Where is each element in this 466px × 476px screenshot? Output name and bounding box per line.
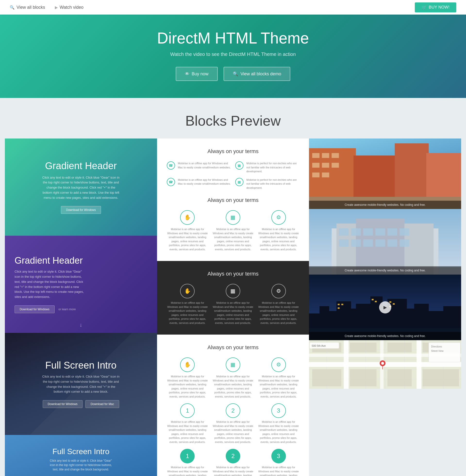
gradient-header-1-download-btn[interactable]: Download for Windows <box>61 206 101 214</box>
feature-icon-0: ☎ <box>167 161 175 170</box>
svg-rect-10 <box>322 163 329 168</box>
features-2col-grid: ☎ Mobirise is an offline app for Windows… <box>167 161 300 190</box>
gradient-header-2-download-btn[interactable]: Download for Windows <box>15 305 55 313</box>
svg-rect-26 <box>351 239 361 247</box>
svg-rect-29 <box>388 239 397 247</box>
number-text-0: Mobirise is an offline app for Windows a… <box>167 420 209 444</box>
feature-dark-text-2-content: Mobirise is an offline app for Windows a… <box>258 301 300 325</box>
svg-text:Directions: Directions <box>431 345 442 348</box>
feature-item-0: ☎ Mobirise is an offline app for Windows… <box>167 161 231 173</box>
fullscreen-intro-1-dl-win-btn[interactable]: Download for Windows <box>43 400 83 408</box>
svg-rect-27 <box>363 239 373 247</box>
hero-buy-now-button[interactable]: 👁 Buy now <box>176 67 218 81</box>
svg-rect-20 <box>351 228 361 236</box>
buy-now-button[interactable]: 🛒 BUY NOW! <box>415 2 456 12</box>
svg-rect-28 <box>375 239 385 247</box>
svg-rect-74 <box>388 342 412 352</box>
feature-icon-1: ▦ <box>235 161 244 170</box>
number-1: 2 <box>231 407 234 414</box>
number-2: 3 <box>277 407 280 414</box>
svg-rect-30 <box>400 239 409 247</box>
gradient-header-1-btn-label: Download for Windows <box>66 208 96 212</box>
svg-rect-7 <box>322 153 329 158</box>
number-circle-teal-1: 2 <box>226 449 240 463</box>
left-column: Gradient Header Click any text to edit o… <box>5 138 157 476</box>
svg-rect-8 <box>332 153 339 158</box>
hero-subtitle: Watch the video to see the DirectM HTML … <box>5 51 461 57</box>
gradient-header-2-desc: Click any text to edit or style it. Clic… <box>15 269 87 300</box>
feature-3-icon-2: ⚙ <box>271 210 286 225</box>
navbar: 🔍 View all blocks ▶ Watch video 🛒 BUY NO… <box>0 0 466 15</box>
hero-buy-label: Buy now <box>192 72 209 76</box>
bottom-arrow-icon: ↓ <box>80 322 82 328</box>
feature-text-0-content: Mobirise is an offline app for Windows a… <box>178 161 231 169</box>
feature-3-icon-0: ✋ <box>180 210 195 225</box>
features-light-2-title: Always on your terms <box>167 344 300 351</box>
svg-rect-76 <box>312 369 341 386</box>
fullscreen-intro-1-title: Full Screen Intro <box>45 360 116 371</box>
hero-view-blocks-button[interactable]: 🔍 View all blocks demo <box>223 67 291 81</box>
hero-section: DirectM HTML Theme Watch the video to se… <box>0 15 466 98</box>
numbered-item-teal-1: 2 Mobirise is an offline app for Windows… <box>212 449 254 476</box>
fl2-text-0-content: Mobirise is an offline app for Windows a… <box>167 374 209 399</box>
search-icon: 🔍 <box>10 5 15 10</box>
fake-map: 500 5th Ave Directions Street View <box>309 340 461 389</box>
gradient-header-2-block: Gradient Header Click any text to edit o… <box>5 236 157 333</box>
svg-rect-51 <box>390 301 392 303</box>
features-light-2-3col: ✋ Mobirise is an offline app for Windows… <box>167 357 300 399</box>
feature-icon-3: ▦ <box>235 178 244 186</box>
fl2-feature-1: ▦ Mobirise is an offline app for Windows… <box>212 357 254 399</box>
features-3col-title: Always on your terms <box>167 197 300 203</box>
fl2-feature-2: ⚙ Mobirise is an offline app for Windows… <box>258 357 300 399</box>
svg-rect-49 <box>372 299 374 300</box>
gradient-header-2-btn-label: Download for Windows <box>20 308 49 311</box>
svg-rect-25 <box>339 239 349 247</box>
numbered-items-outline: 1 Mobirise is an offline app for Windows… <box>167 403 300 444</box>
svg-rect-12 <box>312 172 320 177</box>
number-0: 1 <box>186 407 189 414</box>
number-circle-teal-0: 1 <box>180 449 195 463</box>
number-text-2: Mobirise is an offline app for Windows a… <box>258 420 300 444</box>
feature-3-text-1: Mobirise is an offline app for Windows a… <box>212 227 254 251</box>
fl2-text-0: Mobirise is an offline app for Windows a… <box>167 374 209 399</box>
feature-text-0: Mobirise is an offline app for Windows a… <box>178 161 231 169</box>
gradient-header-2-learn-more[interactable]: or learn more <box>58 308 76 311</box>
number-teal-text-0: Mobirise is an offline app for Windows a… <box>167 465 209 476</box>
fl2-icon-1: ▦ <box>226 357 240 372</box>
photo-block-3: ▶ Create awesome mobile-friendly website… <box>309 275 461 340</box>
numbered-item-0: 1 Mobirise is an offline app for Windows… <box>167 403 209 444</box>
features-dark-grid: ✋ Mobirise is an offline app for Windows… <box>167 284 300 325</box>
fl2-text-2: Mobirise is an offline app for Windows a… <box>258 374 300 399</box>
map-block: 500 5th Ave Directions Street View <box>309 340 461 389</box>
photo-3-caption: Create awesome mobile-friendly websites.… <box>309 332 461 340</box>
number-teal-2: 3 <box>277 453 280 460</box>
number-teal-0: 1 <box>186 453 189 460</box>
number-circle-0: 1 <box>180 403 195 418</box>
feature-item-3: ▦ Mobirise is perfect for non-techies wh… <box>235 178 299 190</box>
feature-3-text-0-content: Mobirise is an offline app for Windows a… <box>167 227 209 251</box>
feature-dark-icon-0: ✋ <box>180 284 195 298</box>
feature-dark-icon-2: ⚙ <box>271 284 286 298</box>
fullscreen-intro-1-block: Full Screen Intro Click any text to edit… <box>5 333 157 435</box>
gradient-header-1-desc: Click any text to edit or style it. Clic… <box>42 175 120 200</box>
svg-rect-78 <box>388 369 412 386</box>
svg-text:500 5th Ave: 500 5th Ave <box>312 344 326 347</box>
cart-icon: 🛒 <box>422 5 427 10</box>
feature-text-1-content: Mobirise is perfect for non-techies who … <box>246 161 299 173</box>
fullscreen-intro-2-desc: Click any text to edit or style it. Clic… <box>47 459 115 472</box>
features-dark-title: Always on your terms <box>167 271 300 277</box>
feature-3-text-2-content: Mobirise is an offline app for Windows a… <box>258 227 300 251</box>
search-icon-hero: 🔍 <box>233 71 238 76</box>
watch-video-link[interactable]: ▶ Watch video <box>55 5 83 10</box>
svg-rect-71 <box>417 340 422 389</box>
view-all-blocks-link[interactable]: 🔍 View all blocks <box>10 5 45 10</box>
feature-3-text-0: Mobirise is an offline app for Windows a… <box>167 227 209 251</box>
feature-text-2: Mobirise is an offline app for Windows a… <box>178 178 231 186</box>
gradient-header-2-btns: Download for Windows or learn more <box>15 305 76 313</box>
fullscreen-intro-1-desc: Click any text to edit or style it. Clic… <box>42 374 120 394</box>
fullscreen-intro-1-dl-mac-btn[interactable]: Download for Mac <box>85 400 119 408</box>
svg-rect-79 <box>423 369 459 386</box>
number-circle-teal-2: 3 <box>271 449 286 463</box>
play-button[interactable]: ▶ <box>379 301 391 313</box>
blocks-preview-title: Blocks Preview <box>5 112 461 129</box>
